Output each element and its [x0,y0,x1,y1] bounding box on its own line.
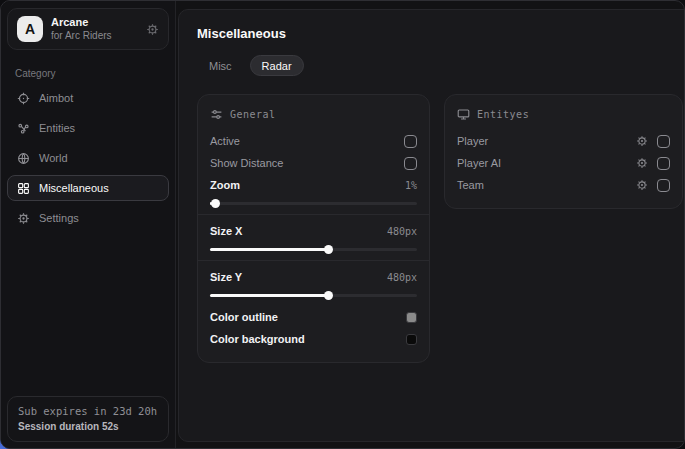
team-checkbox[interactable] [657,179,670,192]
sidebar-item-label: Entities [39,122,75,134]
general-card-title: General [230,109,276,120]
slider-thumb[interactable] [211,199,220,208]
setting-row-size-x: Size X 480px [210,220,417,242]
setting-label: Color outline [210,311,278,323]
globe-icon [17,152,30,165]
page-title: Miscellaneous [197,26,683,41]
sidebar-spacer [1,231,175,396]
app-logo: A [17,16,43,42]
slider-thumb[interactable] [324,245,333,254]
setting-label: Size Y [210,271,242,283]
setting-label: Active [210,135,240,147]
entity-row-team: Team [457,174,670,196]
logo-card: A Arcane for Arc Riders [7,8,169,50]
divider [198,260,429,261]
setting-row-color-background: Color background [210,328,417,350]
sidebar-item-aimbot[interactable]: Aimbot [7,85,169,111]
color-background-swatch[interactable] [406,334,417,345]
monitor-icon [457,108,470,121]
sidebar-item-label: Miscellaneous [39,182,109,194]
tab-bar: Misc Radar [197,55,683,76]
app-name: Arcane [51,16,138,30]
sidebar-item-label: Settings [39,212,79,224]
subscription-card: Sub expires in 23d 20h Session duration … [7,396,169,442]
tab-radar[interactable]: Radar [250,55,304,76]
color-outline-swatch[interactable] [406,312,417,323]
entity-label: Player AI [457,157,501,169]
setting-row-show-distance: Show Distance [210,152,417,174]
setting-label: Size X [210,225,242,237]
setting-label: Show Distance [210,157,283,169]
entity-label: Team [457,179,484,191]
size-y-value: 480px [387,272,417,283]
sidebar-item-miscellaneous[interactable]: Miscellaneous [7,175,169,201]
sub-expiry-text: Sub expires in 23d 20h [18,405,158,417]
sidebar-item-entities[interactable]: Entities [7,115,169,141]
session-duration-text: Session duration 52s [18,421,158,432]
setting-label: Color background [210,333,305,345]
size-x-slider[interactable] [210,244,417,254]
sidebar-item-label: Aimbot [39,92,73,104]
setting-row-active: Active [210,130,417,152]
entities-card-header: Entityes [457,108,670,121]
player-ai-checkbox[interactable] [657,157,670,170]
size-y-slider[interactable] [210,290,417,300]
setting-row-color-outline: Color outline [210,306,417,328]
gear-icon[interactable] [636,135,648,147]
sidebar-item-world[interactable]: World [7,145,169,171]
gear-icon [17,212,30,225]
sliders-icon [210,108,223,121]
grid-icon [17,182,30,195]
gear-icon[interactable] [146,23,159,36]
app-title-block: Arcane for Arc Riders [51,16,138,42]
scatter-icon [17,122,30,135]
size-x-value: 480px [387,226,417,237]
sidebar-item-settings[interactable]: Settings [7,205,169,231]
zoom-value: 1% [405,180,417,191]
setting-row-size-y: Size Y 480px [210,266,417,288]
sidebar-nav: Aimbot Entities World [1,85,175,231]
app-subtitle: for Arc Riders [51,30,138,43]
entity-label: Player [457,135,488,147]
slider-thumb[interactable] [324,291,333,300]
divider [198,214,429,215]
tab-misc[interactable]: Misc [197,55,244,76]
gear-icon[interactable] [636,179,648,191]
sidebar: A Arcane for Arc Riders Category [1,1,176,448]
sidebar-item-label: World [39,152,68,164]
setting-row-zoom: Zoom 1% [210,174,417,196]
entities-card: Entityes Player P [444,94,683,209]
entity-row-player-ai: Player AI [457,152,670,174]
category-label: Category [15,68,161,79]
player-checkbox[interactable] [657,135,670,148]
zoom-slider[interactable] [210,198,417,208]
crosshair-icon [17,92,30,105]
general-card: General Active Show Distance Zoom 1% [197,94,430,363]
entity-row-player: Player [457,130,670,152]
show-distance-checkbox[interactable] [404,157,417,170]
main-panel: Miscellaneous Misc Radar General [178,9,685,442]
general-card-header: General [210,108,417,121]
cards-container: General Active Show Distance Zoom 1% [197,94,683,363]
entities-card-title: Entityes [477,109,529,120]
setting-label: Zoom [210,179,240,191]
active-checkbox[interactable] [404,135,417,148]
gear-icon[interactable] [636,157,648,169]
app-window: A Arcane for Arc Riders Category [0,0,685,449]
